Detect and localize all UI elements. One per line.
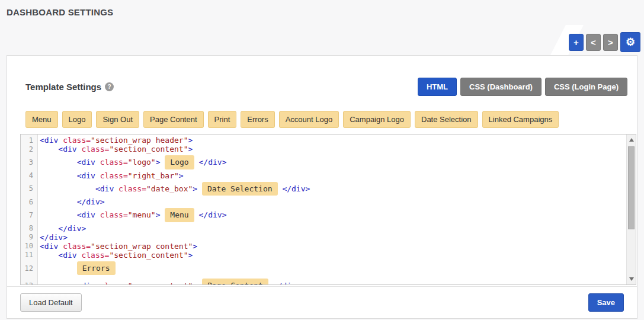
code-tag-badge-date-selection[interactable]: Date Selection	[202, 182, 278, 196]
code-line-text: <div class="section_wrap content">	[37, 242, 197, 251]
code-segment: </div>	[199, 210, 227, 219]
code-segment: </div>	[77, 197, 105, 206]
code-tag-badge-logo[interactable]: Logo	[165, 155, 194, 169]
code-segment	[58, 136, 63, 145]
code-segment	[58, 242, 63, 251]
save-button[interactable]: Save	[588, 293, 624, 312]
code-segment	[40, 281, 77, 284]
code-segment: class=	[100, 158, 128, 167]
code-segment	[197, 184, 202, 193]
panel-header: Template Settings ? HTMLCSS (Dashboard)C…	[25, 77, 627, 96]
scrollbar-thumb[interactable]	[628, 146, 635, 229]
code-segment: class=	[100, 210, 128, 219]
scroll-down-icon[interactable]	[629, 277, 634, 281]
code-tag-badge-page-content[interactable]: Page Content	[202, 279, 268, 284]
code-segment: class=	[118, 184, 146, 193]
line-number: 12	[21, 260, 37, 277]
tag-button-menu[interactable]: Menu	[25, 111, 58, 128]
chevron-right-icon: >	[608, 37, 613, 47]
code-line: 11 <div class="section_content">	[21, 251, 626, 260]
page-title: DASHBOARD SETTINGS	[7, 7, 113, 17]
code-segment	[40, 197, 77, 206]
code-line: 10<div class="section_wrap content">	[21, 242, 626, 251]
code-line: 8 </div>	[21, 224, 626, 233]
code-segment	[40, 184, 95, 193]
code-segment: <div	[77, 158, 95, 167]
next-button[interactable]: >	[603, 34, 618, 51]
code-segment: >	[156, 210, 161, 219]
code-segment: >	[193, 281, 197, 284]
code-segment	[161, 158, 165, 167]
tab-html[interactable]: HTML	[418, 78, 457, 96]
code-line: 7 <div class="menu"> Menu </div>	[21, 206, 626, 224]
code-segment: "date_box"	[146, 184, 193, 193]
template-settings-panel: Template Settings ? HTMLCSS (Dashboard)C…	[7, 55, 637, 319]
code-segment: >	[188, 145, 193, 153]
code-segment: </div>	[40, 233, 68, 242]
code-line: 2 <div class="section_content">	[21, 145, 626, 153]
code-segment: <div	[58, 145, 76, 153]
code-line: 5 <div class="date_box"> Date Selection …	[21, 180, 626, 198]
tag-button-page-content[interactable]: Page Content	[143, 111, 204, 128]
tag-button-campaign-logo[interactable]: Campaign Logo	[343, 111, 411, 128]
code-segment	[77, 145, 82, 153]
line-number: 11	[21, 251, 37, 260]
code-segment	[278, 184, 283, 193]
code-segment: <div	[95, 184, 114, 193]
tag-button-errors[interactable]: Errors	[241, 111, 274, 128]
code-segment: class=	[81, 251, 109, 260]
code-segment: </div>	[282, 184, 310, 193]
code-segment: >	[188, 251, 193, 260]
code-segment	[95, 158, 100, 167]
panel-title: Template Settings	[25, 82, 101, 92]
load-default-button[interactable]: Load Default	[20, 293, 82, 312]
code-segment	[40, 224, 58, 233]
code-tag-badge-menu[interactable]: Menu	[165, 208, 194, 222]
line-number: 7	[21, 206, 37, 224]
prev-button[interactable]: <	[586, 34, 601, 51]
code-line: 4 <div class="right_bar">	[21, 171, 626, 180]
tag-button-date-selection[interactable]: Date Selection	[415, 111, 478, 128]
editor-scrollbar[interactable]	[626, 135, 636, 284]
line-number: 10	[21, 242, 37, 251]
code-line-text: </div>	[37, 197, 105, 206]
add-button[interactable]: +	[569, 34, 584, 51]
tag-button-account-logo[interactable]: Account Logo	[279, 111, 339, 128]
code-segment: "section_content"	[109, 145, 188, 153]
code-line-text: <div class="logo"> Logo </div>	[37, 153, 226, 171]
line-number: 2	[21, 145, 37, 153]
code-segment: "page_content"	[128, 281, 193, 284]
tab-css-login-page[interactable]: CSS (Login Page)	[545, 78, 627, 96]
panel-footer: Load Default Save	[7, 286, 637, 318]
line-number: 5	[21, 180, 37, 198]
tag-button-row: MenuLogoSign OutPage ContentPrintErrorsA…	[25, 111, 627, 128]
code-line: 3 <div class="logo"> Logo </div>	[21, 153, 626, 171]
code-tag-badge-errors[interactable]: Errors	[77, 261, 116, 276]
tag-button-sign-out[interactable]: Sign Out	[96, 111, 139, 128]
code-segment: "section_wrap content"	[91, 242, 193, 251]
tag-button-linked-campaigns[interactable]: Linked Campaigns	[482, 111, 559, 128]
code-line-text: <div class="section_wrap header">	[37, 136, 193, 145]
scroll-up-icon[interactable]	[629, 138, 634, 142]
tag-button-logo[interactable]: Logo	[62, 111, 92, 128]
code-line: 12 Errors	[21, 260, 626, 277]
code-segment: >	[193, 184, 197, 193]
tag-button-print[interactable]: Print	[208, 111, 237, 128]
code-line: 6 </div>	[21, 197, 626, 206]
tab-css-dashboard[interactable]: CSS (Dashboard)	[460, 78, 542, 96]
code-line-text: <div class="section_content">	[37, 145, 193, 153]
code-segment: class=	[100, 281, 128, 284]
code-segment	[40, 251, 58, 260]
code-line-text: </div>	[37, 224, 86, 233]
code-segment	[95, 210, 100, 219]
code-segment	[161, 210, 165, 219]
line-number: 6	[21, 197, 37, 206]
code-segment: </div>	[273, 281, 301, 284]
code-segment	[194, 158, 199, 167]
code-segment: "logo"	[128, 158, 156, 167]
help-icon[interactable]: ?	[105, 82, 114, 91]
code-segment: "section_content"	[109, 251, 188, 260]
code-lines: 1<div class="section_wrap header">2 <div…	[21, 136, 626, 284]
code-editor[interactable]: 1<div class="section_wrap header">2 <div…	[20, 134, 636, 285]
settings-button[interactable]: ⚙	[620, 32, 640, 52]
